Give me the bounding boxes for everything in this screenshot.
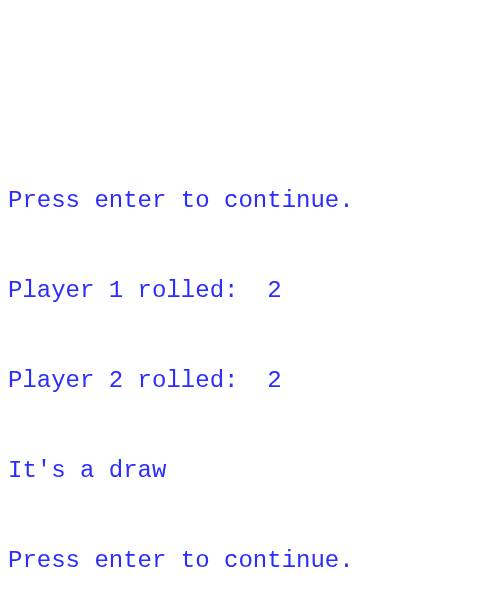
console-output: Press enter to continue. Player 1 rolled…: [8, 126, 492, 595]
output-line: Player 1 rolled: 2: [8, 276, 492, 306]
output-line: Player 2 rolled: 2: [8, 366, 492, 396]
output-line: Press enter to continue.: [8, 186, 492, 216]
output-line: Press enter to continue.: [8, 546, 492, 576]
output-line: It's a draw: [8, 456, 492, 486]
